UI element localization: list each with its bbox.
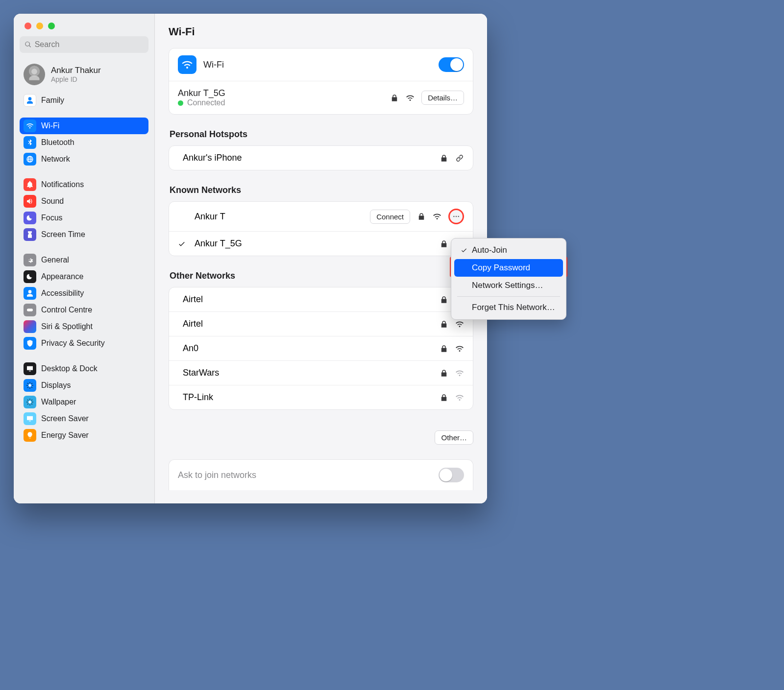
sidebar-item-accessibility[interactable]: Accessibility (20, 285, 148, 302)
sidebar-item-siri[interactable]: Siri & Spotlight (20, 318, 148, 335)
sidebar-item-screen-saver[interactable]: Screen Saver (20, 410, 148, 427)
appearance-icon (24, 270, 36, 283)
lock-icon (417, 212, 426, 221)
sidebar-item-screen-time[interactable]: Screen Time (20, 226, 148, 243)
menu-forget-network[interactable]: Forget This Network… (454, 299, 563, 316)
menu-item-label: Auto-Join (472, 245, 507, 255)
wifi-signal-icon (455, 344, 464, 353)
lock-icon (440, 344, 448, 353)
minimize-window-button[interactable] (36, 23, 43, 29)
check-icon (178, 240, 186, 248)
wifi-badge-icon (178, 55, 196, 74)
sidebar-item-label: Energy Saver (41, 431, 89, 440)
sidebar-item-wifi[interactable]: Wi-Fi (20, 118, 148, 134)
wifi-signal-icon (455, 369, 464, 378)
hotspots-heading: Personal Hotspots (170, 129, 473, 140)
sidebar-item-general[interactable]: General (20, 252, 148, 268)
window-controls (20, 14, 148, 36)
settings-window: Ankur Thakur Apple ID Family Wi-Fi Bluet… (14, 14, 487, 503)
sidebar-item-bluetooth[interactable]: Bluetooth (20, 134, 148, 151)
network-name: Airtel (183, 319, 203, 329)
sidebar-item-label: Focus (41, 214, 63, 222)
link-icon (455, 154, 464, 163)
lock-icon (440, 320, 448, 329)
network-name: Ankur T (195, 212, 225, 222)
sidebar-item-wallpaper[interactable]: Wallpaper (20, 394, 148, 410)
sound-icon (24, 195, 36, 208)
lock-icon (440, 393, 448, 402)
sidebar-item-label: Screen Saver (41, 414, 89, 423)
sidebar-item-label: General (41, 256, 69, 264)
ask-to-join-row[interactable]: Ask to join networks (169, 459, 473, 490)
sidebar: Ankur Thakur Apple ID Family Wi-Fi Bluet… (14, 14, 155, 503)
sidebar-item-network[interactable]: Network (20, 151, 148, 167)
search-icon (24, 41, 32, 48)
wifi-signal-icon (455, 393, 464, 402)
lock-icon (440, 154, 448, 163)
zoom-window-button[interactable] (48, 23, 55, 29)
accessibility-icon (24, 287, 36, 300)
sidebar-item-label: Notifications (41, 180, 84, 189)
hand-icon (24, 337, 36, 350)
current-ssid: Ankur T_5G (178, 88, 383, 98)
ellipsis-icon (452, 213, 460, 220)
known-panel: Ankur T Connect Ankur T_5G (169, 201, 473, 256)
apple-id-row[interactable]: Ankur Thakur Apple ID (20, 61, 148, 92)
sidebar-item-family[interactable]: Family (20, 92, 148, 109)
other-network-row[interactable]: Airtel (169, 287, 473, 312)
other-network-row[interactable]: StarWars (169, 361, 473, 385)
close-window-button[interactable] (24, 23, 31, 29)
more-options-button[interactable] (448, 209, 464, 224)
dock-icon (24, 362, 36, 375)
menu-item-label: Forget This Network… (472, 303, 555, 312)
sidebar-item-displays[interactable]: Displays (20, 377, 148, 394)
network-icon (24, 153, 36, 166)
sidebar-item-focus[interactable]: Focus (20, 210, 148, 226)
other-network-row[interactable]: TP-Link (169, 385, 473, 409)
network-name: Ankur's iPhone (183, 153, 242, 163)
sidebar-item-notifications[interactable]: Notifications (20, 176, 148, 193)
sidebar-item-control-centre[interactable]: Control Centre (20, 302, 148, 318)
other-panel: Airtel Airtel An0 StarWars TP-Link (169, 287, 473, 410)
sidebar-item-energy-saver[interactable]: Energy Saver (20, 427, 148, 444)
sidebar-item-label: Family (41, 96, 64, 105)
menu-copy-password[interactable]: Copy Password (454, 259, 563, 277)
sidebar-item-privacy[interactable]: Privacy & Security (20, 335, 148, 352)
ask-join-label: Ask to join networks (178, 470, 256, 480)
ask-join-toggle[interactable] (439, 468, 464, 482)
details-button[interactable]: Details… (421, 91, 464, 105)
wifi-toggle[interactable] (439, 57, 464, 72)
known-network-row[interactable]: Ankur T_5G (169, 232, 473, 256)
connect-button[interactable]: Connect (370, 210, 410, 224)
search-field[interactable] (20, 36, 148, 53)
network-name: Ankur T_5G (195, 238, 242, 249)
content-area: Wi-Fi Wi-Fi Ankur T_5G Connected Details… (155, 14, 487, 503)
menu-auto-join[interactable]: Auto-Join (454, 241, 563, 259)
sidebar-item-sound[interactable]: Sound (20, 193, 148, 210)
network-context-menu: Auto-Join Copy Password Network Settings… (451, 238, 566, 320)
sidebar-item-label: Accessibility (41, 289, 84, 298)
sidebar-item-label: Wallpaper (41, 398, 76, 406)
search-input[interactable] (35, 40, 144, 49)
sidebar-item-label: Network (41, 155, 70, 164)
hotspot-row[interactable]: Ankur's iPhone (169, 146, 473, 170)
wifi-signal-icon (455, 320, 464, 329)
other-button[interactable]: Other… (435, 430, 473, 445)
flower-icon (24, 396, 36, 408)
network-name: TP-Link (183, 392, 213, 403)
check-icon (460, 247, 468, 254)
sidebar-item-desktop-dock[interactable]: Desktop & Dock (20, 360, 148, 377)
hotspots-panel: Ankur's iPhone (169, 145, 473, 170)
other-network-row[interactable]: An0 (169, 336, 473, 361)
other-network-row[interactable]: Airtel (169, 312, 473, 336)
sidebar-item-label: Wi-Fi (41, 121, 59, 130)
sidebar-item-label: Appearance (41, 272, 83, 281)
siri-icon (24, 320, 36, 333)
sidebar-item-appearance[interactable]: Appearance (20, 268, 148, 285)
bell-icon (24, 178, 36, 191)
menu-network-settings[interactable]: Network Settings… (454, 277, 563, 294)
wifi-label: Wi-Fi (203, 60, 432, 70)
user-name: Ankur Thakur (51, 66, 101, 75)
known-network-row[interactable]: Ankur T Connect (169, 202, 473, 232)
menu-separator (457, 296, 560, 297)
